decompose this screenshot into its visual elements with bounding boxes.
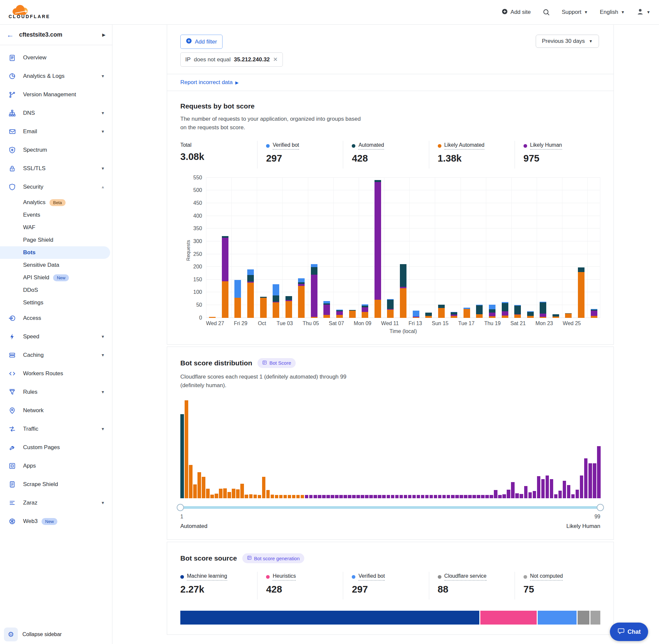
stat-label[interactable]: Verified bot bbox=[352, 573, 385, 581]
sidebar-item-apps[interactable]: Apps bbox=[0, 457, 112, 475]
bar-segment-likely-automated bbox=[425, 316, 432, 318]
histogram-bar bbox=[202, 477, 205, 498]
chevron-down-icon: ▼ bbox=[101, 111, 105, 115]
slider-handle-min[interactable] bbox=[177, 504, 184, 511]
sidebar-item-events[interactable]: Events bbox=[0, 209, 112, 221]
sidebar-item-rules[interactable]: Rules▼ bbox=[0, 383, 112, 401]
stat-value: 88 bbox=[438, 584, 511, 595]
add-site-button[interactable]: Add site bbox=[501, 8, 531, 17]
stat-label[interactable]: Likely Human bbox=[523, 142, 562, 150]
bar-group bbox=[308, 264, 321, 318]
close-icon[interactable]: ✕ bbox=[273, 56, 278, 63]
collapse-sidebar-button[interactable]: Collapse sidebar bbox=[22, 631, 62, 638]
sidebar-item-settings[interactable]: Settings bbox=[0, 296, 112, 309]
language-menu[interactable]: English▼ bbox=[600, 9, 625, 16]
slider-handle-max[interactable] bbox=[597, 504, 604, 511]
stat-label[interactable]: Not computed bbox=[523, 573, 563, 581]
sidebar-item-version-management[interactable]: Version Management bbox=[0, 86, 112, 104]
sidebar-item-network[interactable]: Network bbox=[0, 401, 112, 420]
bot-score-generation-badge[interactable]: Bot score generation bbox=[242, 553, 304, 563]
sidebar-item-web3[interactable]: Web3New bbox=[0, 512, 112, 531]
sidebar-item-overview[interactable]: Overview bbox=[0, 48, 112, 67]
bar-segment-verified-bot bbox=[413, 310, 419, 317]
histogram-bar bbox=[559, 491, 562, 498]
sidebar-item-custom-pages[interactable]: Custom Pages bbox=[0, 438, 112, 457]
y-tick-label: 400 bbox=[193, 213, 202, 219]
histogram-bar bbox=[288, 495, 291, 498]
filter-chip[interactable]: IP does not equal 35.212.240.32 ✕ bbox=[180, 52, 283, 67]
report-incorrect-data-link[interactable]: Report incorrect data ▶ bbox=[180, 79, 239, 86]
sidebar-item-dns[interactable]: DNS▼ bbox=[0, 104, 112, 122]
sidebar-item-analytics[interactable]: AnalyticsBeta bbox=[0, 196, 112, 209]
stat-value: 975 bbox=[523, 153, 597, 164]
slider-track[interactable] bbox=[180, 506, 600, 509]
x-tick-label bbox=[501, 321, 511, 326]
x-tick-label: Tue 03 bbox=[277, 321, 293, 326]
histogram-bar bbox=[326, 495, 330, 498]
stat-label[interactable]: Likely Automated bbox=[438, 142, 485, 150]
sidebar-item-access[interactable]: Access bbox=[0, 309, 112, 327]
sidebar-item-ddos[interactable]: DDoS bbox=[0, 284, 112, 296]
sidebar-item-api-shield[interactable]: API ShieldNew bbox=[0, 271, 112, 284]
support-menu[interactable]: Support▼ bbox=[562, 9, 588, 16]
sidebar-item-bots[interactable]: Bots bbox=[0, 246, 110, 259]
histogram-bar bbox=[550, 479, 554, 498]
x-tick-label bbox=[591, 321, 601, 326]
sidebar-item-spectrum[interactable]: Spectrum bbox=[0, 141, 112, 159]
add-filter-button[interactable]: Add filter bbox=[180, 34, 222, 49]
site-expand-icon[interactable]: ▶ bbox=[102, 32, 105, 37]
sidebar-item-caching[interactable]: Caching▼ bbox=[0, 346, 112, 364]
sidebar-item-scrape-shield[interactable]: Scrape Shield bbox=[0, 475, 112, 493]
requests-stats-row: Total3.08kVerified bot297Automated428Lik… bbox=[180, 141, 600, 168]
shield-star-icon bbox=[8, 146, 17, 154]
stat-label[interactable]: Cloudflare service bbox=[438, 573, 487, 581]
stat-label[interactable]: Heuristics bbox=[266, 573, 296, 581]
stat-label-text: Not computed bbox=[530, 573, 563, 581]
sidebar-item-label: SSL/TLS bbox=[23, 165, 46, 172]
sidebar-item-traffic[interactable]: Traffic▼ bbox=[0, 420, 112, 438]
sidebar-item-analytics-logs[interactable]: Analytics & Logs▼ bbox=[0, 67, 112, 86]
sidebar-item-ssl-tls[interactable]: SSL/TLS▼ bbox=[0, 159, 112, 178]
stat-label[interactable]: Automated bbox=[352, 142, 384, 150]
bar-segment-likely-human bbox=[540, 314, 546, 317]
sidebar-item-sensitive-data[interactable]: Sensitive Data bbox=[0, 259, 112, 271]
bot-score-badge[interactable]: Bot Score bbox=[257, 358, 296, 368]
bar-segment-automated bbox=[489, 309, 495, 313]
sidebar-subitem-label: Sensitive Data bbox=[23, 262, 59, 269]
back-arrow-icon[interactable]: ← bbox=[6, 31, 14, 39]
bar-group bbox=[219, 236, 232, 318]
stat-label[interactable]: Verified bot bbox=[266, 142, 299, 150]
chat-button[interactable]: Chat bbox=[610, 623, 648, 641]
histogram-bar bbox=[219, 489, 222, 498]
distribution-card: Bot score distribution Bot Score Cloudfl… bbox=[167, 347, 614, 540]
clipboard-icon bbox=[8, 54, 17, 61]
sidebar-item-email[interactable]: Email▼ bbox=[0, 122, 112, 141]
stat-label-text: Likely Human bbox=[530, 142, 562, 150]
sidebar-item-page-shield[interactable]: Page Shield bbox=[0, 234, 112, 246]
source-segment-not-computed bbox=[590, 611, 600, 624]
slider-max-label: Likely Human bbox=[566, 523, 600, 530]
distribution-description: Cloudflare scores each request 1 (defini… bbox=[180, 373, 365, 390]
stat-label[interactable]: Machine learning bbox=[180, 573, 227, 581]
histogram-bar bbox=[266, 490, 270, 498]
bar-segment-likely-automated bbox=[489, 316, 495, 318]
histogram-bar bbox=[404, 495, 407, 498]
bar-group bbox=[409, 310, 422, 318]
histogram-bar bbox=[485, 495, 489, 498]
sidebar-item-security[interactable]: Security▲ bbox=[0, 178, 112, 196]
time-range-dropdown[interactable]: Previous 30 days ▼ bbox=[536, 34, 599, 48]
chevron-down-icon: ▼ bbox=[101, 335, 105, 339]
search-icon[interactable] bbox=[543, 8, 550, 16]
histogram-bar bbox=[309, 495, 313, 498]
sidebar-item-workers-routes[interactable]: Workers Routes bbox=[0, 364, 112, 383]
settings-gear-button[interactable]: ⚙ bbox=[4, 627, 18, 641]
book-icon bbox=[262, 360, 267, 366]
bar-segment-automated bbox=[311, 267, 317, 275]
x-tick-label: Fri 29 bbox=[234, 321, 247, 326]
envelope-icon bbox=[8, 128, 17, 135]
account-menu[interactable]: ▼ bbox=[637, 8, 651, 17]
sidebar-item-speed[interactable]: Speed▼ bbox=[0, 327, 112, 346]
sidebar-item-waf[interactable]: WAF bbox=[0, 221, 112, 234]
sidebar-item-zaraz[interactable]: Zaraz▼ bbox=[0, 493, 112, 512]
bar-segment-likely-human bbox=[336, 311, 343, 315]
